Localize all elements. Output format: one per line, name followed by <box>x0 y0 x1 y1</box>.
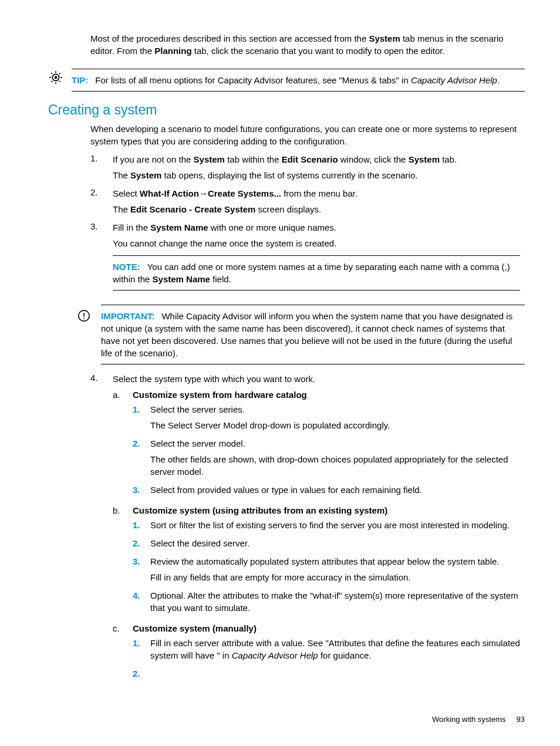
step-2: 2. Select What-If Action→Create Systems.… <box>90 187 525 219</box>
intro-paragraph: Most of the procedures described in this… <box>90 32 520 57</box>
svg-line-7 <box>51 81 52 82</box>
tip-callout: TIP:For lists of all menu options for Ca… <box>48 69 525 92</box>
page-footer: Working with systems93 <box>432 715 525 724</box>
main-step-list: 1. If you are not on the System tab with… <box>90 153 525 299</box>
svg-point-12 <box>83 318 85 319</box>
important-callout: IMPORTANT:While Capacity Advisor will in… <box>77 305 525 364</box>
step-4: 4. Select the system type with which you… <box>90 373 525 684</box>
substep-b: b. Customize system (using attributes fr… <box>113 504 520 620</box>
svg-line-5 <box>51 73 52 74</box>
lead-paragraph: When developing a scenario to model futu… <box>90 123 520 147</box>
substep-a: a. Customize system from hardware catalo… <box>113 389 520 502</box>
section-heading: Creating a system <box>48 102 525 118</box>
lightbulb-icon <box>48 69 65 92</box>
important-label: IMPORTANT: <box>101 311 154 321</box>
note-callout: NOTE:You can add one or more system name… <box>113 255 520 291</box>
tip-label: TIP: <box>72 75 88 85</box>
step-1: 1. If you are not on the System tab with… <box>90 153 525 185</box>
substep-c: c. Customize system (manually) 1.Fill in… <box>113 622 520 682</box>
svg-point-9 <box>55 76 56 78</box>
svg-line-6 <box>59 81 60 82</box>
svg-line-8 <box>59 73 60 74</box>
note-label: NOTE: <box>113 262 140 272</box>
alert-icon <box>77 305 94 364</box>
step-3: 3. Fill in the System Name with one or m… <box>90 221 525 299</box>
main-step-list-cont: 4. Select the system type with which you… <box>90 373 525 684</box>
